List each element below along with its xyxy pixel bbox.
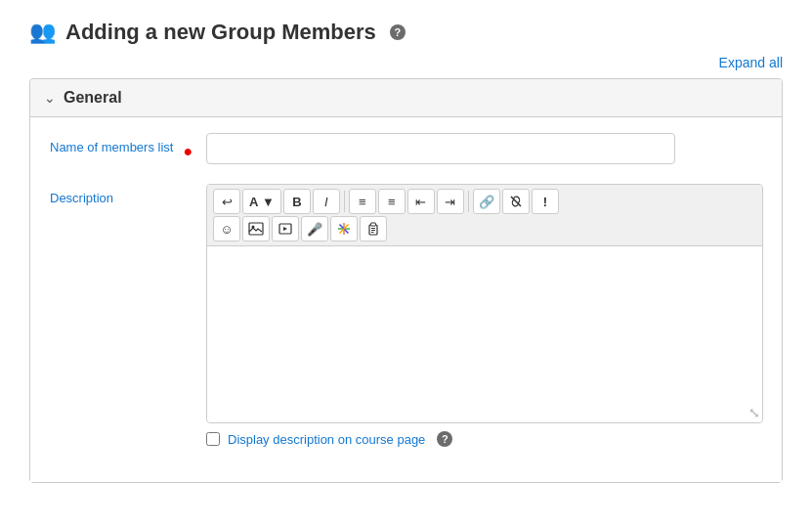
indent-button[interactable]: ⇥	[437, 189, 464, 214]
description-editor-wrap: ↩ A ▼ B I ≡ ≡ ⇤ ⇥ 🔗	[206, 184, 763, 447]
expand-all-link[interactable]: Expand all	[719, 55, 783, 70]
name-field-label: Name of members list	[50, 139, 173, 156]
undo-button[interactable]: ↩	[213, 189, 240, 214]
general-section: ⌄ General Name of members list ● Descrip…	[29, 78, 783, 483]
general-section-body: Name of members list ● Description ↩ A ▼…	[30, 117, 782, 482]
required-icon: ●	[183, 141, 192, 162]
group-members-icon: 👥	[29, 20, 56, 45]
record-audio-button[interactable]: 🎤	[301, 216, 328, 242]
toolbar-sep-2	[468, 191, 469, 212]
general-section-header[interactable]: ⌄ General	[30, 79, 782, 117]
page-header: 👥 Adding a new Group Members ?	[29, 20, 783, 45]
bold-button[interactable]: B	[283, 189, 311, 214]
page-help-icon[interactable]: ?	[390, 24, 406, 40]
display-description-row: Display description on course page ?	[206, 431, 763, 447]
link-button[interactable]: 🔗	[473, 189, 500, 214]
display-description-checkbox[interactable]	[206, 432, 220, 446]
insert-media-button[interactable]	[272, 216, 299, 242]
resize-handle: ⤡	[748, 405, 760, 420]
general-section-title: General	[64, 89, 122, 107]
name-input[interactable]	[206, 133, 675, 164]
emoji-button[interactable]: ☺	[213, 216, 240, 242]
expand-all-row: Expand all	[29, 55, 783, 70]
section-chevron-icon: ⌄	[44, 90, 56, 106]
toolbar-sep-1	[344, 191, 345, 212]
description-checkbox-help-icon[interactable]: ?	[437, 431, 452, 447]
display-description-label[interactable]: Display description on course page	[228, 432, 425, 447]
description-label: Description	[50, 184, 206, 207]
toolbar-row-1: ↩ A ▼ B I ≡ ≡ ⇤ ⇥ 🔗	[213, 189, 756, 214]
page-title: Adding a new Group Members	[65, 20, 376, 45]
svg-rect-8	[371, 223, 376, 226]
clear-format-button[interactable]: !	[532, 189, 559, 214]
name-label-wrapper: Name of members list ●	[50, 133, 206, 162]
insert-image-button[interactable]	[242, 216, 270, 242]
description-editor: ↩ A ▼ B I ≡ ≡ ⇤ ⇥ 🔗	[206, 184, 763, 423]
paste-button[interactable]	[360, 216, 387, 242]
unlink-button[interactable]	[502, 189, 530, 214]
name-field-wrap	[206, 133, 762, 164]
description-field-row: Description ↩ A ▼ B I ≡ ≡ ⇤	[50, 184, 762, 447]
svg-rect-0	[249, 223, 263, 235]
sparkle-button[interactable]	[330, 216, 358, 242]
unordered-list-button[interactable]: ≡	[349, 189, 376, 214]
font-family-button[interactable]: A ▼	[242, 189, 281, 214]
editor-content-area[interactable]: ⤡	[207, 246, 762, 422]
name-field-row: Name of members list ●	[50, 133, 762, 164]
ordered-list-button[interactable]: ≡	[378, 189, 406, 214]
toolbar-row-2: ☺	[213, 216, 756, 242]
italic-button[interactable]: I	[313, 189, 340, 214]
editor-toolbar: ↩ A ▼ B I ≡ ≡ ⇤ ⇥ 🔗	[207, 185, 762, 246]
outdent-button[interactable]: ⇤	[407, 189, 435, 214]
